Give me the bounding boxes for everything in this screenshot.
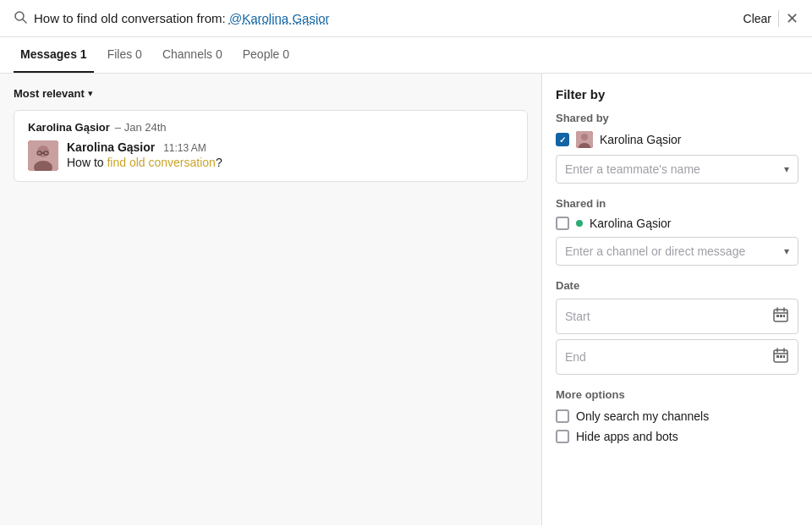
message-text-part2: ? xyxy=(216,156,222,169)
shared-by-user-name: Karolina Gąsior xyxy=(600,133,682,146)
channel-placeholder: Enter a channel or direct message xyxy=(565,244,745,258)
calendar-end-icon xyxy=(772,347,789,367)
date-label: Date xyxy=(556,279,798,292)
clear-button[interactable]: Clear xyxy=(743,12,771,25)
result-card-body: Karolina Gąsior 11:13 AM How to find old… xyxy=(28,140,513,171)
channel-dropdown[interactable]: Enter a channel or direct message ▾ xyxy=(556,237,798,266)
date-start-input[interactable]: Start xyxy=(556,299,798,334)
only-search-channels-checkbox[interactable] xyxy=(556,409,569,423)
teammate-placeholder: Enter a teammate's name xyxy=(565,162,700,176)
online-status-icon xyxy=(576,220,583,227)
result-channel-name: Karolina Gąsior xyxy=(28,121,110,134)
search-query-mention: @Karolina Gąsior xyxy=(229,11,330,25)
sort-chevron-icon: ▾ xyxy=(88,88,93,99)
shared-by-user-row[interactable]: ✓ Karolina Gąsior xyxy=(556,131,798,148)
filter-section-shared-in: Shared in Karolina Gąsior Enter a channe… xyxy=(556,197,798,266)
tab-people[interactable]: People 0 xyxy=(236,37,296,73)
search-bar: How to find old conversation from: @Karo… xyxy=(0,0,812,37)
results-pane: Most relevant ▾ Karolina Gąsior – Jan 24… xyxy=(0,74,541,525)
message-content: Karolina Gąsior 11:13 AM How to find old… xyxy=(67,140,513,171)
tab-messages[interactable]: Messages 1 xyxy=(14,37,94,73)
date-end-placeholder: End xyxy=(565,350,586,364)
more-options-label: More options xyxy=(556,388,798,401)
option-hide-apps-bots[interactable]: Hide apps and bots xyxy=(556,430,798,443)
svg-rect-17 xyxy=(783,315,785,317)
result-card[interactable]: Karolina Gąsior – Jan 24th xyxy=(14,110,528,182)
search-query: How to find old conversation from: @Karo… xyxy=(34,11,743,25)
only-search-channels-label: Only search my channels xyxy=(576,409,709,423)
shared-by-checkbox[interactable]: ✓ xyxy=(556,133,569,146)
svg-rect-15 xyxy=(776,315,779,317)
svg-point-9 xyxy=(581,134,588,140)
sort-bar: Most relevant ▾ xyxy=(14,87,528,100)
content-area: Most relevant ▾ Karolina Gąsior – Jan 24… xyxy=(0,74,812,525)
message-text: How to find old conversation? xyxy=(67,156,513,169)
divider xyxy=(778,10,779,27)
avatar xyxy=(28,140,58,171)
shared-in-label: Shared in xyxy=(556,197,798,210)
result-card-header: Karolina Gąsior – Jan 24th xyxy=(28,121,513,134)
close-button[interactable]: ✕ xyxy=(786,11,798,26)
message-text-highlight: find old conversation xyxy=(107,156,215,169)
message-text-part1: How to xyxy=(67,156,107,169)
option-only-search-channels[interactable]: Only search my channels xyxy=(556,409,798,423)
result-separator: – xyxy=(115,121,121,134)
message-author: Karolina Gąsior xyxy=(67,140,155,154)
search-actions: Clear ✕ xyxy=(743,10,798,27)
channel-dropdown-chevron-icon: ▾ xyxy=(784,245,789,257)
tab-channels[interactable]: Channels 0 xyxy=(156,37,229,73)
filter-section-more-options: More options Only search my channels Hid… xyxy=(556,388,798,443)
sort-label[interactable]: Most relevant xyxy=(14,87,85,100)
shared-by-user-avatar xyxy=(576,131,593,148)
hide-apps-bots-checkbox[interactable] xyxy=(556,430,569,443)
svg-rect-23 xyxy=(780,355,782,358)
hide-apps-bots-label: Hide apps and bots xyxy=(576,430,678,443)
svg-rect-16 xyxy=(780,315,782,317)
tab-files[interactable]: Files 0 xyxy=(101,37,149,73)
filter-pane: Filter by Shared by ✓ Karolina Gąsior E xyxy=(541,74,812,525)
search-icon xyxy=(14,10,27,26)
date-start-placeholder: Start xyxy=(565,310,590,323)
filter-section-shared-by: Shared by ✓ Karolina Gąsior Enter a team… xyxy=(556,112,798,184)
teammate-dropdown-chevron-icon: ▾ xyxy=(784,163,789,175)
date-end-input[interactable]: End xyxy=(556,339,798,375)
result-date: Jan 24th xyxy=(124,121,167,134)
shared-in-channel-name: Karolina Gąsior xyxy=(590,217,672,230)
message-header: Karolina Gąsior 11:13 AM xyxy=(67,140,513,154)
filter-section-date: Date Start End xyxy=(556,279,798,375)
svg-rect-22 xyxy=(776,355,779,358)
tabs-bar: Messages 1 Files 0 Channels 0 People 0 xyxy=(0,37,812,74)
search-query-text: How to find old conversation from: xyxy=(34,11,229,25)
svg-line-1 xyxy=(23,19,26,23)
shared-in-checkbox[interactable] xyxy=(556,217,569,230)
filter-title: Filter by xyxy=(556,87,798,102)
message-time: 11:13 AM xyxy=(163,142,206,154)
calendar-start-icon xyxy=(772,306,789,327)
shared-in-channel-row[interactable]: Karolina Gąsior xyxy=(556,217,798,230)
teammate-dropdown[interactable]: Enter a teammate's name ▾ xyxy=(556,155,798,184)
shared-by-label: Shared by xyxy=(556,112,798,124)
checkbox-check-icon: ✓ xyxy=(559,135,566,145)
svg-rect-24 xyxy=(783,355,785,358)
